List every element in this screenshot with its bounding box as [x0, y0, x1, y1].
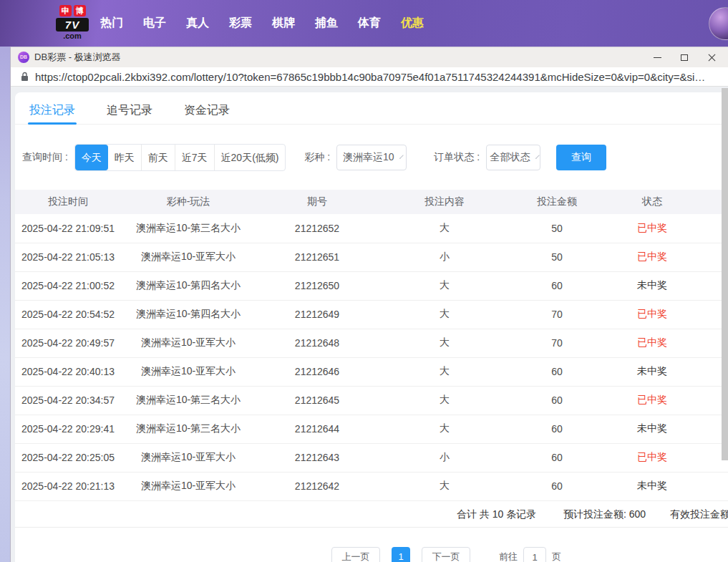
scrollbar-thumb[interactable]: [722, 88, 728, 460]
time-option[interactable]: 今天: [75, 145, 108, 170]
cell-status: 已中奖: [603, 243, 728, 271]
nav-item[interactable]: 棋牌: [272, 16, 295, 31]
cell-content: 大: [379, 386, 510, 415]
cell-status: 未中奖: [603, 472, 728, 500]
nav-item[interactable]: 热门: [100, 16, 123, 31]
cell-time: 2025-04-22 20:54:52: [15, 300, 121, 329]
cell-time: 2025-04-22 20:34:57: [15, 386, 121, 415]
cell-game: 澳洲幸运10-第三名大小: [121, 214, 256, 243]
table-row: 2025-04-22 20:25:05澳洲幸运10-亚军大小21212643小6…: [15, 443, 728, 472]
address-bar[interactable]: https://ctop02pcali.2kbxi392.com/lottery…: [11, 67, 728, 87]
cell-issue: 21212652: [256, 214, 379, 243]
cell-content: 大: [379, 300, 510, 329]
tab[interactable]: 投注记录: [29, 97, 75, 125]
cell-content: 大: [379, 214, 510, 243]
next-page-button[interactable]: 下一页: [422, 547, 470, 562]
goto-page-input[interactable]: [523, 547, 546, 562]
lottery-filter-label: 彩种 :: [304, 151, 330, 164]
tab[interactable]: 资金记录: [184, 97, 230, 125]
nav-item[interactable]: 电子: [143, 16, 166, 31]
goto-label: 前往: [499, 551, 518, 562]
cell-amount: 60: [510, 443, 603, 472]
close-icon: [708, 54, 716, 62]
minimize-button[interactable]: [644, 47, 671, 67]
logo-suffix-text: .com: [56, 32, 89, 40]
nav-item[interactable]: 真人: [186, 16, 209, 31]
column-header: 投注时间: [15, 190, 121, 214]
browser-window: DB DB彩票 - 极速浏览器 https://ctop02pcali.2kbx…: [10, 47, 728, 562]
time-filter-group: 今天昨天前天近7天近20天(低频): [74, 144, 286, 171]
cell-status: 已中奖: [603, 443, 728, 472]
order-status-select-value: 全部状态: [490, 151, 530, 164]
cell-game: 澳洲幸运10-亚军大小: [121, 357, 256, 386]
cell-game: 澳洲幸运10-第四名大小: [121, 300, 256, 329]
cell-time: 2025-04-22 20:25:05: [15, 443, 121, 472]
nav-item[interactable]: 捕鱼: [315, 16, 338, 31]
bet-records-table: 投注时间彩种-玩法期号投注内容投注金额状态 2025-04-22 21:09:5…: [15, 190, 728, 501]
cell-content: 大: [379, 472, 510, 500]
cell-status: 已中奖: [603, 300, 728, 329]
search-button[interactable]: 查询: [556, 145, 606, 170]
close-button[interactable]: [698, 47, 725, 67]
cell-time: 2025-04-22 21:00:52: [15, 271, 121, 300]
cell-status: 已中奖: [603, 386, 728, 415]
status-filter-label: 订单状态 :: [434, 151, 480, 164]
maximize-button[interactable]: [671, 47, 698, 67]
time-option[interactable]: 前天: [141, 145, 175, 170]
time-option[interactable]: 近7天: [175, 145, 214, 170]
column-header: 投注内容: [379, 190, 510, 214]
cell-content: 大: [379, 357, 510, 386]
time-option[interactable]: 昨天: [108, 145, 141, 170]
logo-tile: 博: [74, 5, 86, 16]
cell-issue: 21212646: [256, 357, 379, 386]
cell-issue: 21212651: [256, 243, 379, 271]
cell-game: 澳洲幸运10-第四名大小: [121, 271, 256, 300]
cell-amount: 60: [510, 357, 603, 386]
user-avatar[interactable]: [709, 7, 728, 40]
table-row: 2025-04-22 20:40:13澳洲幸运10-亚军大小21212646大6…: [15, 357, 728, 386]
cell-status: 已中奖: [603, 214, 728, 243]
expected-amount-text: 预计投注金额: 600: [563, 500, 646, 528]
cell-issue: 21212648: [256, 329, 379, 357]
cell-amount: 60: [510, 472, 603, 500]
cell-content: 大: [379, 329, 510, 357]
cell-game: 澳洲幸运10-第三名大小: [121, 386, 256, 415]
time-option[interactable]: 近20天(低频): [214, 145, 286, 170]
cell-issue: 21212645: [256, 386, 379, 415]
window-title-bar: DB DB彩票 - 极速浏览器: [11, 47, 728, 67]
tab[interactable]: 追号记录: [107, 97, 152, 125]
cell-game: 澳洲幸运10-第三名大小: [121, 415, 256, 443]
order-status-select[interactable]: 全部状态: [486, 145, 540, 170]
logo-main-text: 7V: [56, 18, 89, 32]
active-tab-indicator: [28, 122, 77, 125]
cell-game: 澳洲幸运10-亚军大小: [121, 243, 256, 271]
record-tabs: 投注记录追号记录资金记录: [15, 97, 728, 125]
cell-amount: 70: [510, 300, 603, 329]
window-controls: [644, 47, 725, 67]
page-unit-label: 页: [552, 551, 561, 562]
maximize-icon: [681, 54, 688, 61]
cell-game: 澳洲幸运10-亚军大小: [121, 329, 256, 357]
lottery-select-value: 澳洲幸运10: [343, 151, 394, 164]
nav-item[interactable]: 体育: [358, 16, 381, 31]
site-logo[interactable]: 申博 7V .com: [56, 5, 89, 40]
cell-time: 2025-04-22 21:05:13: [15, 243, 121, 271]
cell-time: 2025-04-22 20:29:41: [15, 415, 121, 443]
column-header: 彩种-玩法: [121, 190, 256, 214]
cell-amount: 50: [510, 243, 603, 271]
valid-amount-text: 有效投注金额:: [670, 500, 728, 528]
cell-issue: 21212642: [256, 472, 379, 500]
main-nav: 热门电子真人彩票棋牌捕鱼体育优惠: [100, 0, 424, 47]
nav-item[interactable]: 彩票: [229, 16, 252, 31]
chevron-down-icon: [535, 155, 540, 159]
prev-page-button[interactable]: 上一页: [331, 547, 380, 562]
nav-item[interactable]: 优惠: [401, 16, 424, 31]
lottery-select[interactable]: 澳洲幸运10: [336, 145, 407, 170]
pagination: 上一页 1 下一页 前往 页: [331, 547, 561, 562]
page-number-current[interactable]: 1: [392, 547, 410, 562]
cell-issue: 21212644: [256, 415, 379, 443]
minimize-icon: [654, 57, 661, 58]
lock-icon: [21, 72, 29, 82]
cell-time: 2025-04-22 20:40:13: [15, 357, 121, 386]
cell-game: 澳洲幸运10-亚军大小: [121, 472, 256, 500]
